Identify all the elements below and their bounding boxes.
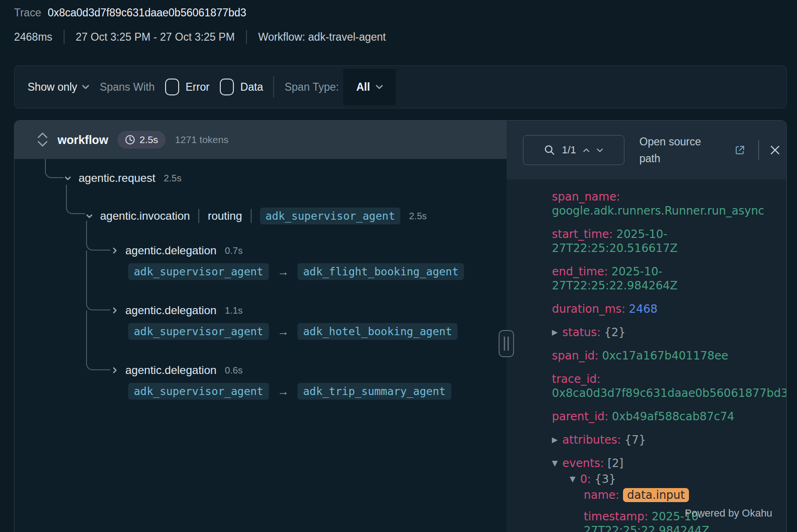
span-name: agentic.request [79,172,155,185]
field-status: ▶status: {2} [552,325,786,339]
field-span-name: span_name: google.adk.runners.Runner.run… [552,190,786,218]
trace-workflow-name: Workflow: adk-travel-agent [258,31,386,43]
field-key: name: [584,489,619,502]
tree-connector [86,310,110,370]
field-value: 0xb49af588cab87c74 [612,410,734,423]
divider [64,30,65,44]
delegation-agents-1: adk_supervisor_agent → adk_flight_bookin… [128,263,464,280]
field-key: events: [562,457,604,470]
span-row-delegation-2[interactable]: agentic.delegation 1.1s [110,304,243,317]
field-key: span_name: [552,190,620,203]
arrow-right-icon: → [277,385,289,398]
field-value: 2468 [629,302,658,316]
field-value: {3} [594,473,616,486]
chevron-down-icon [376,85,383,89]
field-key: timestamp: [584,510,648,523]
agent-chip-to: adk_flight_booking_agent [297,263,464,280]
external-link-icon[interactable] [734,144,746,156]
chevron-down-icon[interactable] [85,212,94,220]
trace-header: Trace 0x8ca0d3d7f89c631daae0b56061877bd3 [14,7,246,19]
field-key: attributes: [562,433,621,446]
close-icon[interactable] [769,144,781,156]
field-event-name: name: data.input [552,488,786,502]
field-key: duration_ms: [552,302,625,316]
trace-id-value: 0x8ca0d3d7f89c631daae0b56061877bd3 [48,7,246,19]
error-checkbox[interactable] [165,79,179,95]
chevron-right-icon[interactable] [110,306,119,315]
span-duration: 1.1s [225,305,243,316]
tree-connector [45,159,64,178]
expand-collapse-all-icon[interactable] [37,132,48,148]
span-tree-pane: workflow 2.5s 1271 tokens agentic.reques… [14,121,507,532]
expand-triangle-icon[interactable]: ▶ [552,435,558,444]
delegation-agents-3: adk_supervisor_agent → adk_trip_summary_… [128,383,451,400]
detail-toolbar: 1/1 Open source path [507,121,786,180]
workflow-duration-pill: 2.5s [117,131,166,149]
chevron-down-icon [82,85,89,89]
show-only-label: Show only [28,81,77,93]
data-checkbox[interactable] [220,79,234,95]
field-key: end_time: [552,265,608,278]
field-key: start_time: [552,228,613,241]
chevron-right-icon[interactable] [110,246,119,255]
divider [758,140,759,160]
data-label: Data [240,81,263,93]
chevron-up-icon[interactable] [583,148,590,152]
field-value: google.adk.runners.Runner.run_async [552,204,764,217]
span-name: agentic.invocation [100,209,190,223]
field-attributes: ▶attributes: {7} [552,433,786,447]
divider [246,30,247,44]
collapse-triangle-icon[interactable]: ▼ [552,459,558,467]
search-match-count: 1/1 [562,144,576,156]
agent-chip: adk_supervisor_agent [260,208,401,224]
highlighted-value: data.input [623,488,689,502]
spans-with-label: Spans With [100,81,155,93]
field-parent-id: parent_id: 0xb49af588cab87c74 [552,410,786,424]
agent-chip-from: adk_supervisor_agent [128,263,269,280]
span-row-delegation-1[interactable]: agentic.delegation 0.7s [110,244,243,257]
field-end-time: end_time: 2025-10-27T22:25:22.984264Z [552,265,786,293]
span-row-request[interactable]: agentic.request 2.5s [64,172,181,185]
collapse-triangle-icon[interactable]: ▼ [570,474,575,483]
pane-resize-handle[interactable] [499,330,514,357]
span-row-invocation[interactable]: agentic.invocation routing adk_superviso… [85,208,427,224]
span-row-delegation-3[interactable]: agentic.delegation 0.6s [110,364,243,377]
open-source-path-link[interactable]: Open source path [639,133,720,167]
chevron-down-icon[interactable] [64,174,72,182]
field-value: [2] [608,457,623,470]
span-detail-pane: 1/1 Open source path span_name: google.a… [507,121,786,532]
field-value: {2} [604,326,626,339]
expand-triangle-icon[interactable]: ▶ [552,328,558,337]
divider [251,209,252,223]
tree-connector [66,185,85,214]
trace-duration: 2468ms [14,31,52,43]
span-duration: 2.5s [164,173,181,184]
field-start-time: start_time: 2025-10-27T22:25:20.516617Z [552,227,786,255]
chevron-right-icon[interactable] [110,366,119,374]
span-duration: 2.5s [409,211,427,222]
field-span-id: span_id: 0xc17a167b401178ee [552,349,786,363]
powered-by-watermark: Powered by Okahu [685,507,772,519]
span-detail-json: span_name: google.adk.runners.Runner.run… [507,180,786,532]
arrow-right-icon: → [277,265,289,279]
agent-chip-to: adk_hotel_booking_agent [297,323,458,340]
span-type-value: All [356,81,370,93]
divider [273,76,274,98]
trace-meta: 2468ms 27 Oct 3:25 PM - 27 Oct 3:25 PM W… [14,30,386,44]
trace-viewer-panel: workflow 2.5s 1271 tokens agentic.reques… [14,120,787,532]
span-name: agentic.delegation [125,244,217,257]
field-value: 0x8ca0d3d7f89c631daae0b56061877bd3 [552,387,786,400]
field-duration-ms: duration_ms: 2468 [552,302,786,316]
span-type-select[interactable]: All [343,69,396,105]
span-duration: 0.6s [225,365,243,376]
clock-icon [125,135,135,145]
tree-connector [86,251,110,310]
chevron-down-icon[interactable] [596,148,603,152]
field-key: trace_id: [552,373,601,386]
detail-search-box[interactable]: 1/1 [523,135,624,165]
workflow-duration: 2.5s [139,134,158,145]
search-icon [544,144,555,156]
workflow-title: workflow [58,133,108,147]
field-value: {7} [624,433,646,446]
show-only-dropdown[interactable]: Show only [28,81,89,93]
